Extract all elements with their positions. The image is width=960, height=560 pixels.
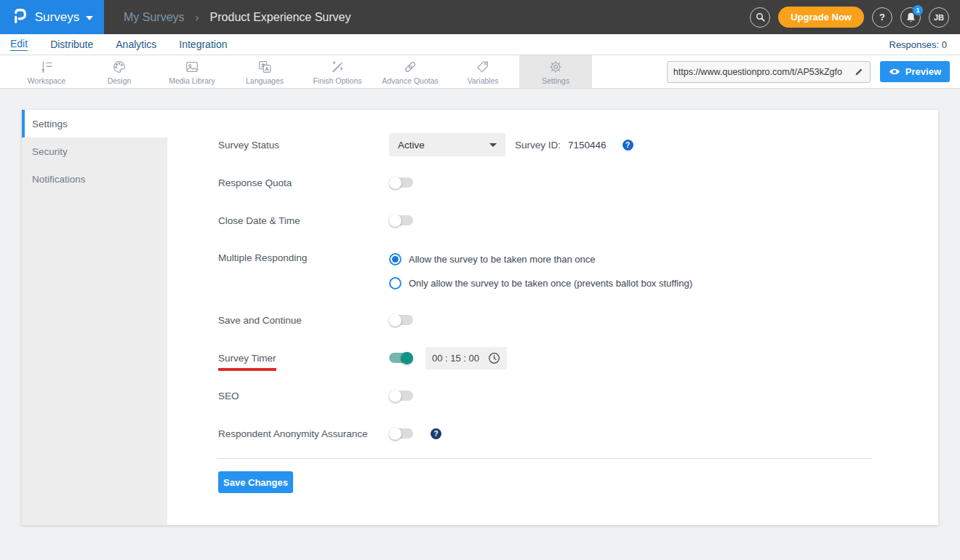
seo-row: SEO — [218, 377, 938, 415]
response-quota-row: Response Quota — [218, 164, 938, 201]
help-button[interactable]: ? — [872, 7, 892, 28]
survey-id-help-icon[interactable]: ? — [623, 140, 633, 151]
clock-icon — [488, 352, 500, 364]
timer-value: 00 : 15 : 00 — [432, 353, 479, 364]
settings-gear-icon — [548, 59, 564, 75]
survey-url-box — [667, 61, 871, 83]
survey-id-label: Survey ID: — [515, 140, 561, 151]
toggle-knob — [389, 215, 401, 227]
toolbar-item-advance-quotas[interactable]: Advance Quotas — [374, 55, 447, 88]
sidebar-item-notifications[interactable]: Notifications — [22, 165, 167, 193]
media-library-icon — [184, 59, 200, 75]
sidebar-item-settings[interactable]: Settings — [22, 110, 167, 137]
survey-timer-label: Survey Timer — [218, 353, 276, 364]
multiple-responding-row: Multiple Responding Allow the survey to … — [218, 239, 938, 301]
save-changes-button[interactable]: Save Changes — [218, 471, 293, 493]
radio-option-allow-multiple[interactable]: Allow the survey to be taken more than o… — [389, 247, 692, 271]
upgrade-now-button[interactable]: Upgrade Now — [778, 7, 864, 28]
notifications-button[interactable]: 1 — [900, 7, 921, 28]
respondent-anonymity-toggle[interactable] — [389, 428, 413, 439]
section-tabs: Edit Distribute Analytics Integration Re… — [0, 34, 960, 55]
save-and-continue-row: Save and Continue — [218, 301, 938, 339]
breadcrumb: My Surveys › Product Experience Survey — [124, 11, 351, 24]
radio-option-only-once[interactable]: Only allow the survey to be taken once (… — [389, 271, 692, 295]
toolbar-item-media-library[interactable]: Media Library — [156, 55, 228, 88]
multiple-responding-label: Multiple Responding — [218, 239, 389, 263]
edit-toolbar: Workspace Design Media Library Languages — [0, 55, 960, 89]
response-quota-toggle[interactable] — [389, 177, 413, 188]
response-quota-label: Response Quota — [218, 177, 389, 188]
responses-count: Responses: 0 — [889, 39, 960, 50]
design-palette-icon — [111, 59, 127, 75]
survey-status-row: Survey Status Active Survey ID: 7150446 … — [218, 126, 938, 164]
close-date-toggle[interactable] — [389, 215, 413, 225]
anonymity-help-icon[interactable]: ? — [431, 428, 441, 439]
languages-icon — [257, 59, 273, 75]
respondent-anonymity-row: Respondent Anonymity Assurance ? — [218, 415, 938, 452]
survey-status-label: Survey Status — [218, 140, 389, 151]
survey-timer-row: Survey Timer 00 : 15 : 00 — [218, 339, 938, 377]
toggle-knob — [389, 314, 401, 327]
sidebar-item-security[interactable]: Security — [22, 137, 167, 165]
radio-unselected-icon[interactable] — [389, 277, 401, 289]
top-bar: Surveys My Surveys › Product Experience … — [0, 0, 960, 34]
product-switcher[interactable]: Surveys — [0, 0, 104, 34]
survey-status-value: Active — [398, 140, 425, 151]
toolbar-right: Preview — [667, 55, 960, 88]
breadcrumb-my-surveys[interactable]: My Surveys — [124, 11, 185, 24]
save-and-continue-toggle[interactable] — [389, 315, 413, 325]
form-divider — [218, 458, 871, 459]
top-bar-actions: Upgrade Now ? 1 JB — [750, 7, 960, 28]
questionpro-logo-icon — [11, 7, 28, 28]
app-name: Surveys — [35, 10, 79, 25]
close-date-label: Close Date & Time — [218, 215, 389, 226]
eye-icon — [889, 67, 900, 76]
survey-url-input[interactable] — [673, 67, 854, 77]
user-avatar[interactable]: JB — [929, 7, 949, 28]
content-area: Settings Security Notifications Survey S… — [0, 89, 960, 559]
chevron-down-icon — [489, 143, 497, 147]
toolbar-item-languages[interactable]: Languages — [228, 55, 301, 88]
variables-tag-icon — [475, 59, 491, 75]
survey-timer-time-input[interactable]: 00 : 15 : 00 — [425, 347, 507, 369]
respondent-anonymity-label: Respondent Anonymity Assurance — [218, 428, 389, 439]
tab-integration[interactable]: Integration — [179, 34, 227, 55]
chevron-down-icon — [86, 16, 93, 20]
settings-sidebar: Settings Security Notifications — [22, 110, 167, 525]
tab-distribute[interactable]: Distribute — [50, 34, 93, 55]
finish-options-wand-icon — [329, 59, 345, 75]
toolbar-item-variables[interactable]: Variables — [447, 55, 519, 88]
question-mark-icon: ? — [879, 12, 885, 23]
toggle-knob — [401, 352, 413, 364]
save-and-continue-label: Save and Continue — [218, 315, 389, 326]
seo-label: SEO — [218, 391, 389, 401]
survey-id-value: 7150446 — [568, 140, 607, 151]
survey-timer-toggle[interactable] — [389, 353, 413, 363]
toolbar-item-design[interactable]: Design — [83, 55, 156, 88]
avatar-initials: JB — [934, 13, 944, 22]
toggle-knob — [389, 428, 401, 440]
settings-card: Settings Security Notifications Survey S… — [22, 110, 938, 525]
toggle-knob — [389, 390, 401, 402]
radio-selected-icon[interactable] — [389, 253, 401, 265]
toolbar-item-finish-options[interactable]: Finish Options — [301, 55, 374, 88]
search-button[interactable] — [750, 7, 770, 28]
toggle-knob — [389, 177, 401, 189]
multiple-responding-options: Allow the survey to be taken more than o… — [389, 239, 692, 295]
preview-button[interactable]: Preview — [880, 61, 950, 82]
page-title: Product Experience Survey — [210, 11, 351, 24]
toolbar-item-workspace[interactable]: Workspace — [10, 55, 83, 88]
edit-url-pencil-icon[interactable] — [854, 67, 864, 77]
toolbar-item-settings[interactable]: Settings — [519, 55, 592, 88]
tab-edit[interactable]: Edit — [10, 34, 28, 55]
workspace-icon — [39, 59, 55, 75]
survey-status-select[interactable]: Active — [389, 133, 505, 156]
close-date-row: Close Date & Time — [218, 201, 938, 239]
settings-main-panel: Survey Status Active Survey ID: 7150446 … — [167, 110, 938, 525]
breadcrumb-separator-icon: › — [196, 11, 199, 23]
search-icon — [755, 12, 766, 23]
seo-toggle[interactable] — [389, 391, 413, 401]
tab-analytics[interactable]: Analytics — [116, 34, 156, 55]
notification-count-badge: 1 — [913, 5, 923, 15]
advance-quotas-link-icon — [402, 59, 418, 75]
